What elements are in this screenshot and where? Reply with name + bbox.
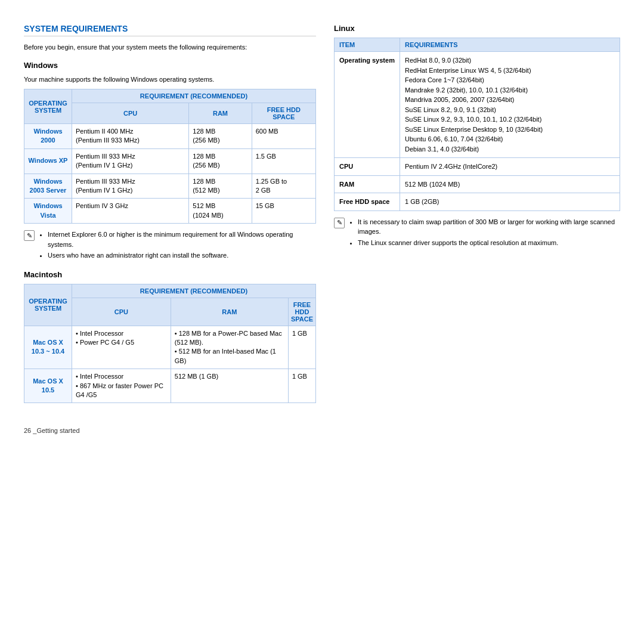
cpu-cell: Intel Processor Power PC G4 / G5 <box>72 326 171 369</box>
list-item: 867 MHz or faster Power PC G4 /G5 <box>76 382 167 400</box>
footer-text: 26 _Getting started <box>24 427 80 434</box>
section-title: SYSTEM REQUIREMENTS <box>24 24 316 36</box>
cpu-cell: Pentium III 933 MHz(Pentium IV 1 GHz) <box>72 148 189 174</box>
windows-col-os: OPERATINGSYSTEM <box>24 89 72 124</box>
windows-col-cpu: CPU <box>72 103 189 124</box>
cpu-cell: Pentium II 400 MHz(Pentium III 933 MHz) <box>72 124 189 149</box>
mac-subtitle: Macintosh <box>24 270 316 279</box>
list-item: Intel Processor <box>76 329 167 338</box>
linux-req-cell: Pentium IV 2.4GHz (IntelCore2) <box>400 158 620 176</box>
windows-col-hdd: FREE HDDSPACE <box>252 103 315 124</box>
linux-item-cell: RAM <box>335 175 400 193</box>
linux-col-item: ITEM <box>335 38 400 52</box>
mac-col-cpu: CPU <box>72 298 171 326</box>
ram-cell: 512 MB(1024 MB) <box>189 199 252 224</box>
windows-desc: Your machine supports the following Wind… <box>24 75 316 85</box>
linux-req-cell: 1 GB (2GB) <box>400 193 620 211</box>
hdd-cell: 1.5 GB <box>252 148 315 174</box>
list-item: Users who have an administrator right ca… <box>48 250 316 261</box>
table-row: RAM 512 MB (1024 MB) <box>335 175 620 193</box>
linux-item-cell: CPU <box>335 158 400 176</box>
windows-table: OPERATINGSYSTEM REQUIREMENT (RECOMMENDED… <box>24 89 316 224</box>
table-row: Windows2003 Server Pentium III 933 MHz(P… <box>24 174 316 199</box>
os-cell: Mac OS X 10.5 <box>24 369 72 403</box>
mac-req-header: REQUIREMENT (RECOMMENDED) <box>72 284 316 298</box>
ram-cell: 512 MB (1 GB) <box>171 369 288 403</box>
list-item: It is necessary to claim swap partition … <box>358 217 620 237</box>
linux-col-req: REQUIREMENTS <box>400 38 620 52</box>
ram-cell: 128 MB(256 MB) <box>189 148 252 174</box>
cpu-cell: Pentium III 933 MHz(Pentium IV 1 GHz) <box>72 174 189 199</box>
table-row: CPU Pentium IV 2.4GHz (IntelCore2) <box>335 158 620 176</box>
table-row: Mac OS X10.3 ~ 10.4 Intel Processor Powe… <box>24 326 316 369</box>
intro-text: Before you begin, ensure that your syste… <box>24 42 316 52</box>
mac-table: OPERATINGSYSTEM REQUIREMENT (RECOMMENDED… <box>24 284 316 404</box>
table-row: WindowsVista Pentium IV 3 GHz 512 MB(102… <box>24 199 316 224</box>
note-icon: ✎ <box>334 218 345 228</box>
ram-cell: 128 MB for a Power-PC based Mac (512 MB)… <box>171 326 288 369</box>
os-cell: Windows2003 Server <box>24 174 72 199</box>
table-row: Windows2000 Pentium II 400 MHz(Pentium I… <box>24 124 316 149</box>
list-item: Power PC G4 / G5 <box>76 338 167 347</box>
linux-req-cell: 512 MB (1024 MB) <box>400 175 620 193</box>
hdd-cell: 1 GB <box>288 369 315 403</box>
linux-table: ITEM REQUIREMENTS Operating system RedHa… <box>334 38 620 211</box>
hdd-cell: 1.25 GB to2 GB <box>252 174 315 199</box>
cpu-cell: Pentium IV 3 GHz <box>72 199 189 224</box>
list-item: 128 MB for a Power-PC based Mac (512 MB)… <box>175 329 284 348</box>
os-cell: Mac OS X10.3 ~ 10.4 <box>24 326 72 369</box>
table-row: Free HDD space 1 GB (2GB) <box>335 193 620 211</box>
ram-cell: 128 MB(512 MB) <box>189 174 252 199</box>
os-cell: Windows XP <box>24 148 72 174</box>
linux-item-cell: Operating system <box>335 52 400 158</box>
left-column: SYSTEM REQUIREMENTS Before you begin, en… <box>24 24 316 409</box>
os-cell: Windows2000 <box>24 124 72 149</box>
list-item: Internet Explorer 6.0 or higher is the m… <box>48 230 316 249</box>
list-item: Intel Processor <box>76 372 167 381</box>
mac-col-ram: RAM <box>171 298 288 326</box>
linux-notes: ✎ It is necessary to claim swap partitio… <box>334 217 620 249</box>
table-row: Operating system RedHat 8.0, 9.0 (32bit)… <box>335 52 620 158</box>
note-icon: ✎ <box>24 230 35 241</box>
os-cell: WindowsVista <box>24 199 72 224</box>
mac-col-hdd: FREEHDDSPACE <box>288 298 315 326</box>
ram-cell: 128 MB(256 MB) <box>189 124 252 149</box>
hdd-cell: 1 GB <box>288 326 315 369</box>
table-row: Mac OS X 10.5 Intel Processor 867 MHz or… <box>24 369 316 403</box>
hdd-cell: 600 MB <box>252 124 315 149</box>
linux-item-cell: Free HDD space <box>335 193 400 211</box>
linux-note-content: It is necessary to claim swap partition … <box>348 217 620 249</box>
linux-req-cell: RedHat 8.0, 9.0 (32bit) RedHat Enterpris… <box>400 52 620 158</box>
right-column: Linux ITEM REQUIREMENTS Operating system… <box>334 24 620 409</box>
linux-subtitle: Linux <box>334 24 620 33</box>
table-row: Windows XP Pentium III 933 MHz(Pentium I… <box>24 148 316 174</box>
list-item: The Linux scanner driver supports the op… <box>358 238 620 248</box>
mac-col-os: OPERATINGSYSTEM <box>24 284 72 326</box>
hdd-cell: 15 GB <box>252 199 315 224</box>
windows-subtitle: Windows <box>24 61 316 70</box>
windows-req-header: REQUIREMENT (RECOMMENDED) <box>72 89 316 103</box>
cpu-cell: Intel Processor 867 MHz or faster Power … <box>72 369 171 403</box>
list-item: 512 MB for an Intel-based Mac (1 GB) <box>175 347 284 366</box>
windows-note-content: Internet Explorer 6.0 or higher is the m… <box>38 230 316 262</box>
windows-col-ram: RAM <box>189 103 252 124</box>
windows-notes: ✎ Internet Explorer 6.0 or higher is the… <box>24 230 316 262</box>
page-footer: 26 _Getting started <box>24 427 620 434</box>
